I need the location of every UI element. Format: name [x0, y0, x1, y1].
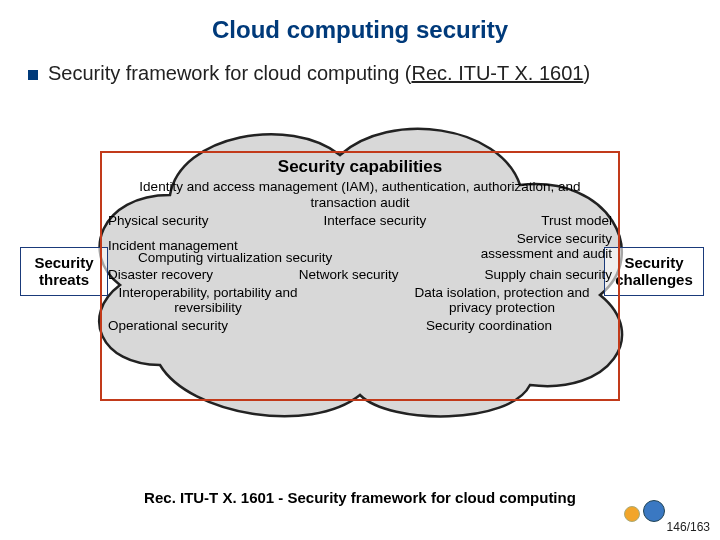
security-threats-box: Security threats [20, 247, 108, 296]
item-interface: Interface security [323, 214, 426, 229]
bullet-post: ) [583, 62, 590, 84]
item-service-audit: Service security assessment and audit [452, 232, 612, 262]
bullet-square-icon [28, 70, 38, 80]
item-coord: Security coordination [426, 319, 552, 334]
slide-title: Cloud computing security [0, 0, 720, 44]
item-disaster: Disaster recovery [108, 268, 213, 283]
item-interop: Interoperability, portability and revers… [108, 286, 308, 316]
item-isolation: Data isolation, protection and privacy p… [392, 286, 612, 316]
logo-globe-icon [643, 500, 665, 522]
reference-link: Rec. ITU-T X. 1601 [411, 62, 583, 84]
logo-circle-icon [624, 506, 640, 522]
item-virt: Computing virtualization security [138, 251, 332, 266]
figure-caption: Rec. ITU-T X. 1601 - Security framework … [0, 489, 720, 506]
capabilities-box: Security capabilities Identity and acces… [100, 151, 620, 401]
item-physical: Physical security [108, 214, 209, 229]
bullet-pre: Security framework for cloud computing ( [48, 62, 411, 84]
bullet-text: Security framework for cloud computing (… [48, 62, 590, 85]
item-supply: Supply chain security [484, 268, 612, 283]
bullet-item: Security framework for cloud computing (… [0, 44, 720, 85]
item-operational: Operational security [108, 319, 228, 334]
item-network: Network security [299, 268, 399, 283]
capabilities-subtitle: Identity and access management (IAM), au… [108, 179, 612, 210]
item-trust: Trust model [541, 214, 612, 229]
capabilities-title: Security capabilities [108, 157, 612, 177]
itu-logo [624, 492, 672, 522]
capabilities-grid: Physical security Interface security Tru… [108, 214, 612, 334]
diagram-container: Security threats Security challenges Sec… [20, 105, 700, 445]
page-number: 146/163 [667, 520, 710, 534]
